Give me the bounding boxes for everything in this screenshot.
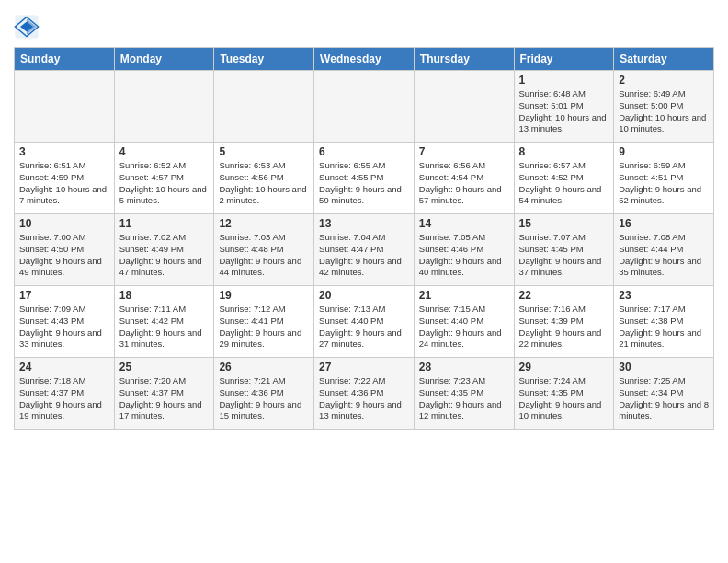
- col-header-saturday: Saturday: [614, 48, 714, 71]
- day-info: Sunrise: 7:16 AM Sunset: 4:39 PM Dayligh…: [519, 304, 609, 350]
- day-number: 25: [119, 361, 210, 373]
- day-cell: 30Sunrise: 7:25 AM Sunset: 4:34 PM Dayli…: [614, 358, 714, 430]
- day-number: 14: [419, 217, 509, 230]
- day-number: 20: [319, 289, 409, 302]
- day-number: 23: [619, 289, 709, 302]
- day-number: 7: [419, 145, 509, 158]
- day-cell: 13Sunrise: 7:04 AM Sunset: 4:47 PM Dayli…: [314, 214, 415, 286]
- day-cell: 29Sunrise: 7:24 AM Sunset: 4:35 PM Dayli…: [514, 358, 614, 430]
- day-info: Sunrise: 6:55 AM Sunset: 4:55 PM Dayligh…: [319, 160, 409, 207]
- day-info: Sunrise: 7:12 AM Sunset: 4:41 PM Dayligh…: [219, 304, 309, 350]
- col-header-monday: Monday: [114, 48, 214, 71]
- day-cell: 19Sunrise: 7:12 AM Sunset: 4:41 PM Dayli…: [214, 286, 314, 358]
- day-cell: [15, 71, 115, 143]
- col-header-friday: Friday: [514, 48, 614, 71]
- day-info: Sunrise: 7:05 AM Sunset: 4:46 PM Dayligh…: [419, 232, 509, 279]
- day-info: Sunrise: 7:13 AM Sunset: 4:40 PM Dayligh…: [319, 304, 409, 350]
- day-info: Sunrise: 7:21 AM Sunset: 4:36 PM Dayligh…: [219, 375, 309, 422]
- day-info: Sunrise: 7:08 AM Sunset: 4:44 PM Dayligh…: [619, 232, 709, 279]
- col-header-tuesday: Tuesday: [214, 48, 314, 71]
- day-info: Sunrise: 6:52 AM Sunset: 4:57 PM Dayligh…: [119, 160, 210, 207]
- day-cell: 7Sunrise: 6:56 AM Sunset: 4:54 PM Daylig…: [414, 143, 514, 214]
- day-cell: 28Sunrise: 7:23 AM Sunset: 4:35 PM Dayli…: [414, 358, 514, 430]
- day-number: 22: [519, 289, 609, 302]
- day-number: 26: [219, 361, 309, 373]
- day-info: Sunrise: 6:48 AM Sunset: 5:01 PM Dayligh…: [519, 88, 609, 135]
- day-info: Sunrise: 7:15 AM Sunset: 4:40 PM Dayligh…: [419, 304, 509, 350]
- col-header-wednesday: Wednesday: [314, 48, 415, 71]
- day-cell: 1Sunrise: 6:48 AM Sunset: 5:01 PM Daylig…: [514, 71, 614, 143]
- week-row-2: 10Sunrise: 7:00 AM Sunset: 4:50 PM Dayli…: [15, 214, 714, 286]
- day-info: Sunrise: 7:25 AM Sunset: 4:34 PM Dayligh…: [619, 375, 709, 422]
- day-cell: 16Sunrise: 7:08 AM Sunset: 4:44 PM Dayli…: [614, 214, 714, 286]
- day-cell: 24Sunrise: 7:18 AM Sunset: 4:37 PM Dayli…: [15, 358, 115, 430]
- day-cell: 26Sunrise: 7:21 AM Sunset: 4:36 PM Dayli…: [214, 358, 314, 430]
- day-cell: 21Sunrise: 7:15 AM Sunset: 4:40 PM Dayli…: [414, 286, 514, 358]
- day-number: 24: [19, 361, 109, 373]
- day-info: Sunrise: 6:49 AM Sunset: 5:00 PM Dayligh…: [619, 88, 709, 135]
- week-row-3: 17Sunrise: 7:09 AM Sunset: 4:43 PM Dayli…: [15, 286, 714, 358]
- day-info: Sunrise: 6:57 AM Sunset: 4:52 PM Dayligh…: [519, 160, 609, 207]
- day-number: 6: [319, 145, 409, 158]
- day-cell: 8Sunrise: 6:57 AM Sunset: 4:52 PM Daylig…: [514, 143, 614, 214]
- day-cell: 15Sunrise: 7:07 AM Sunset: 4:45 PM Dayli…: [514, 214, 614, 286]
- day-cell: 14Sunrise: 7:05 AM Sunset: 4:46 PM Dayli…: [414, 214, 514, 286]
- week-row-0: 1Sunrise: 6:48 AM Sunset: 5:01 PM Daylig…: [15, 71, 714, 143]
- day-cell: 2Sunrise: 6:49 AM Sunset: 5:00 PM Daylig…: [614, 71, 714, 143]
- logo-icon: [14, 14, 40, 40]
- col-header-sunday: Sunday: [15, 48, 115, 71]
- day-cell: 22Sunrise: 7:16 AM Sunset: 4:39 PM Dayli…: [514, 286, 614, 358]
- day-info: Sunrise: 7:11 AM Sunset: 4:42 PM Dayligh…: [119, 304, 210, 350]
- day-info: Sunrise: 7:07 AM Sunset: 4:45 PM Dayligh…: [519, 232, 609, 279]
- day-number: 11: [119, 217, 210, 230]
- week-row-4: 24Sunrise: 7:18 AM Sunset: 4:37 PM Dayli…: [15, 358, 714, 430]
- day-cell: 5Sunrise: 6:53 AM Sunset: 4:56 PM Daylig…: [214, 143, 314, 214]
- day-number: 4: [119, 145, 210, 158]
- day-number: 5: [219, 145, 309, 158]
- day-number: 1: [519, 74, 609, 86]
- day-cell: 3Sunrise: 6:51 AM Sunset: 4:59 PM Daylig…: [15, 143, 115, 214]
- day-cell: 18Sunrise: 7:11 AM Sunset: 4:42 PM Dayli…: [114, 286, 214, 358]
- day-info: Sunrise: 7:04 AM Sunset: 4:47 PM Dayligh…: [319, 232, 409, 279]
- day-info: Sunrise: 7:03 AM Sunset: 4:48 PM Dayligh…: [219, 232, 309, 279]
- day-info: Sunrise: 7:02 AM Sunset: 4:49 PM Dayligh…: [119, 232, 210, 279]
- day-number: 18: [119, 289, 210, 302]
- day-number: 2: [619, 74, 709, 86]
- header: [14, 9, 714, 40]
- day-number: 28: [419, 361, 509, 373]
- day-cell: 23Sunrise: 7:17 AM Sunset: 4:38 PM Dayli…: [614, 286, 714, 358]
- day-number: 12: [219, 217, 309, 230]
- day-info: Sunrise: 7:22 AM Sunset: 4:36 PM Dayligh…: [319, 375, 409, 422]
- day-cell: 11Sunrise: 7:02 AM Sunset: 4:49 PM Dayli…: [114, 214, 214, 286]
- col-header-thursday: Thursday: [414, 48, 514, 71]
- day-number: 13: [319, 217, 409, 230]
- day-cell: 25Sunrise: 7:20 AM Sunset: 4:37 PM Dayli…: [114, 358, 214, 430]
- day-number: 16: [619, 217, 709, 230]
- day-info: Sunrise: 6:56 AM Sunset: 4:54 PM Dayligh…: [419, 160, 509, 207]
- day-cell: 12Sunrise: 7:03 AM Sunset: 4:48 PM Dayli…: [214, 214, 314, 286]
- day-cell: 6Sunrise: 6:55 AM Sunset: 4:55 PM Daylig…: [314, 143, 415, 214]
- day-cell: 27Sunrise: 7:22 AM Sunset: 4:36 PM Dayli…: [314, 358, 415, 430]
- day-cell: [114, 71, 214, 143]
- day-cell: 4Sunrise: 6:52 AM Sunset: 4:57 PM Daylig…: [114, 143, 214, 214]
- day-info: Sunrise: 7:18 AM Sunset: 4:37 PM Dayligh…: [19, 375, 109, 422]
- day-number: 10: [19, 217, 109, 230]
- day-cell: 20Sunrise: 7:13 AM Sunset: 4:40 PM Dayli…: [314, 286, 415, 358]
- day-number: 29: [519, 361, 609, 373]
- day-info: Sunrise: 7:17 AM Sunset: 4:38 PM Dayligh…: [619, 304, 709, 350]
- page: SundayMondayTuesdayWednesdayThursdayFrid…: [0, 0, 728, 563]
- day-info: Sunrise: 7:23 AM Sunset: 4:35 PM Dayligh…: [419, 375, 509, 422]
- day-cell: [214, 71, 314, 143]
- day-number: 21: [419, 289, 509, 302]
- day-info: Sunrise: 7:09 AM Sunset: 4:43 PM Dayligh…: [19, 304, 109, 350]
- day-cell: [314, 71, 415, 143]
- week-row-1: 3Sunrise: 6:51 AM Sunset: 4:59 PM Daylig…: [15, 143, 714, 214]
- calendar-table: SundayMondayTuesdayWednesdayThursdayFrid…: [14, 47, 714, 430]
- day-number: 3: [19, 145, 109, 158]
- day-info: Sunrise: 7:24 AM Sunset: 4:35 PM Dayligh…: [519, 375, 609, 422]
- day-number: 8: [519, 145, 609, 158]
- day-cell: 9Sunrise: 6:59 AM Sunset: 4:51 PM Daylig…: [614, 143, 714, 214]
- logo: [14, 14, 43, 40]
- day-info: Sunrise: 6:51 AM Sunset: 4:59 PM Dayligh…: [19, 160, 109, 207]
- day-info: Sunrise: 7:00 AM Sunset: 4:50 PM Dayligh…: [19, 232, 109, 279]
